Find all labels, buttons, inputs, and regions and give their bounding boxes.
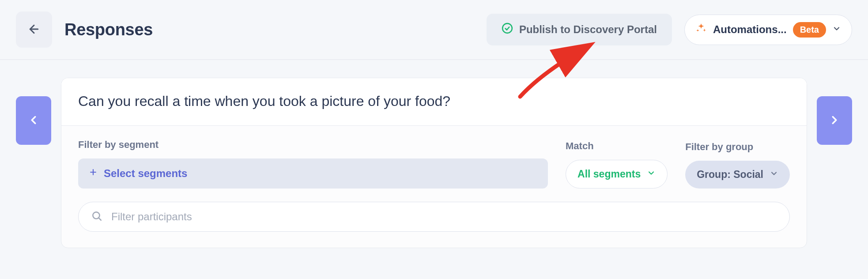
check-circle-icon bbox=[502, 23, 513, 37]
publish-button-label: Publish to Discovery Portal bbox=[519, 23, 657, 36]
question-title: Can you recall a time when you took a pi… bbox=[61, 78, 807, 126]
previous-question-button[interactable] bbox=[16, 96, 51, 145]
match-label: Match bbox=[566, 140, 668, 152]
filter-by-segment-label: Filter by segment bbox=[78, 139, 548, 151]
filter-participants-field[interactable] bbox=[78, 202, 790, 232]
beta-badge: Beta bbox=[793, 22, 826, 38]
page-header: Responses Publish to Discovery Portal Au… bbox=[0, 0, 868, 60]
sparkles-icon bbox=[695, 23, 707, 37]
select-segments-button[interactable]: Select segments bbox=[78, 158, 548, 189]
group-value: Group: Social bbox=[697, 169, 763, 181]
publish-button[interactable]: Publish to Discovery Portal bbox=[487, 14, 672, 45]
match-value: All segments bbox=[577, 168, 641, 180]
group-select[interactable]: Group: Social bbox=[685, 161, 790, 189]
search-icon bbox=[91, 210, 102, 223]
search-row bbox=[61, 202, 807, 248]
chevron-down-icon bbox=[647, 168, 656, 180]
filter-row: Filter by segment Select segments Match … bbox=[61, 126, 807, 202]
match-group: Match All segments bbox=[566, 140, 668, 189]
filter-participants-input[interactable] bbox=[110, 210, 777, 223]
filter-by-group-group: Filter by group Group: Social bbox=[685, 141, 790, 189]
svg-point-1 bbox=[502, 23, 512, 33]
chevron-down-icon bbox=[832, 23, 841, 36]
match-select[interactable]: All segments bbox=[566, 160, 668, 189]
automations-button-label: Automations... bbox=[713, 23, 787, 36]
back-button[interactable] bbox=[16, 11, 52, 48]
svg-line-5 bbox=[99, 218, 101, 220]
filter-by-group-label: Filter by group bbox=[685, 141, 790, 153]
next-question-button[interactable] bbox=[817, 96, 852, 145]
chevron-down-icon bbox=[770, 169, 778, 181]
chevron-right-icon bbox=[828, 113, 841, 128]
automations-button[interactable]: Automations... Beta bbox=[684, 15, 852, 45]
filter-by-segment-group: Filter by segment Select segments bbox=[78, 139, 548, 189]
question-card: Can you recall a time when you took a pi… bbox=[61, 78, 807, 248]
page-title: Responses bbox=[64, 20, 153, 39]
plus-icon bbox=[89, 168, 98, 179]
select-segments-label: Select segments bbox=[104, 167, 187, 180]
arrow-left-icon bbox=[27, 23, 41, 37]
chevron-left-icon bbox=[27, 113, 40, 128]
content-row: Can you recall a time when you took a pi… bbox=[0, 60, 868, 248]
